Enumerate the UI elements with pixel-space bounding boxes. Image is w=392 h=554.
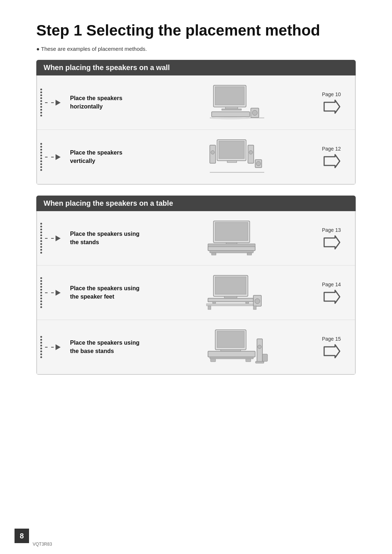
svg-rect-12 (227, 161, 237, 163)
svg-rect-32 (224, 296, 237, 298)
svg-rect-52 (262, 354, 268, 361)
svg-point-14 (211, 151, 215, 154)
table-section-header: When placing the speakers on a table (36, 196, 356, 211)
svg-rect-49 (257, 339, 262, 362)
svg-rect-22 (215, 222, 248, 241)
row-vertical-page-ref: Page 12 (311, 146, 351, 168)
svg-rect-47 (211, 359, 216, 362)
svg-rect-1 (215, 87, 244, 105)
svg-marker-20 (324, 155, 340, 168)
page-title: Step 1 Selecting the placement method (36, 22, 356, 39)
svg-rect-43 (217, 331, 244, 348)
row-vertical-label: Place the speakers vertically (70, 149, 122, 165)
row-stands-page-ref: Page 13 (311, 227, 351, 250)
doc-code: VQT3R83 (33, 542, 52, 547)
row-vertical-image (162, 138, 311, 176)
svg-point-6 (252, 110, 257, 115)
svg-marker-9 (324, 100, 340, 113)
row-stands-image (162, 219, 311, 257)
svg-point-18 (256, 161, 261, 166)
subtitle: These are examples of placement methods. (36, 46, 356, 52)
row-stands-label: Place the speakers using the stands (70, 230, 139, 246)
row-horizontal: Place the speakers horizontally (37, 75, 355, 130)
svg-marker-53 (324, 345, 340, 358)
row-horizontal-page-ref: Page 10 (311, 91, 351, 114)
svg-rect-39 (208, 306, 211, 309)
row-feet: Place the speakers using the speaker fee… (37, 266, 355, 320)
svg-rect-35 (246, 302, 249, 304)
svg-rect-24 (208, 246, 255, 251)
svg-rect-25 (210, 251, 253, 253)
svg-marker-41 (324, 290, 340, 303)
svg-rect-45 (208, 351, 255, 357)
svg-rect-34 (213, 302, 216, 304)
svg-rect-31 (215, 277, 246, 294)
row-feet-page-ref: Page 14 (311, 282, 351, 304)
svg-rect-4 (212, 112, 250, 117)
svg-point-50 (258, 345, 261, 349)
svg-rect-11 (219, 141, 244, 159)
svg-point-16 (249, 151, 253, 154)
wall-section-header: When placing the speakers on a wall (36, 60, 356, 75)
svg-rect-40 (253, 306, 256, 309)
row-feet-label: Place the speakers using the speaker fee… (70, 284, 139, 301)
svg-rect-2 (225, 107, 238, 109)
row-horizontal-label: Place the speakers horizontally (70, 94, 122, 111)
row-base-page-ref: Page 15 (311, 336, 351, 358)
row-stands: Place the speakers using the stands (37, 211, 355, 266)
row-horizontal-image (162, 83, 311, 122)
svg-rect-51 (256, 361, 264, 363)
svg-rect-28 (208, 244, 255, 247)
svg-rect-33 (208, 298, 253, 302)
svg-marker-29 (324, 236, 340, 249)
svg-rect-36 (206, 304, 259, 306)
row-base: Place the speakers using the base stands (37, 320, 355, 374)
svg-point-8 (211, 117, 250, 119)
wall-section: When placing the speakers on a wall Plac… (36, 60, 356, 185)
svg-rect-46 (210, 357, 253, 359)
row-vertical: Place the speakers vertically (37, 130, 355, 184)
row-feet-image (162, 274, 311, 312)
svg-point-38 (255, 299, 260, 304)
svg-rect-26 (212, 253, 216, 255)
svg-rect-3 (222, 109, 241, 110)
table-section: When placing the speakers on a table Pla… (36, 196, 356, 375)
row-base-image (162, 328, 311, 366)
page-number-badge: 8 (15, 529, 29, 543)
svg-rect-27 (247, 253, 252, 255)
row-base-label: Place the speakers using the base stands (70, 339, 139, 355)
svg-rect-48 (246, 359, 251, 362)
